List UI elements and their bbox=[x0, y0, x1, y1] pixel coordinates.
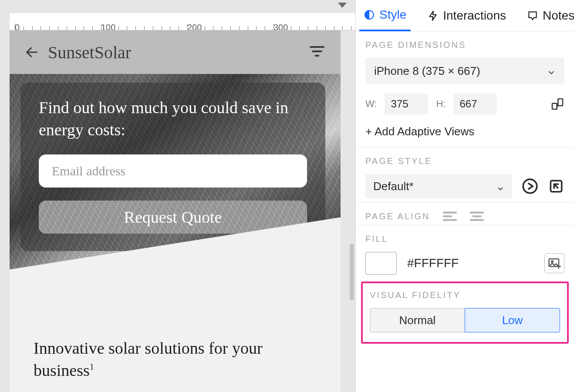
add-adaptive-views-button[interactable]: + Add Adaptive Views bbox=[365, 125, 564, 144]
chevron-down-icon bbox=[496, 182, 504, 190]
fidelity-normal-button[interactable]: Normal bbox=[370, 308, 465, 332]
tab-style-label: Style bbox=[379, 8, 406, 22]
dimensions-preset-value: iPhone 8 (375 × 667) bbox=[374, 64, 480, 78]
overlay-headline: Find out how much you could save in ener… bbox=[39, 97, 307, 141]
tab-interactions[interactable]: Interactions bbox=[423, 0, 510, 31]
notes-icon bbox=[527, 10, 538, 21]
artboard[interactable]: SunsetSolar Find out how much you could … bbox=[10, 30, 341, 392]
fidelity-low-button[interactable]: Low bbox=[465, 308, 560, 332]
page-align-title: PAGE ALIGN bbox=[365, 211, 430, 221]
canvas-topbar bbox=[0, 0, 355, 13]
align-left-icon[interactable] bbox=[442, 211, 457, 221]
canvas-scrollbar[interactable] bbox=[350, 244, 354, 300]
fill-image-icon[interactable] bbox=[544, 253, 564, 273]
visual-fidelity-toggle: Normal Low bbox=[370, 308, 560, 332]
mock-title: SunsetSolar bbox=[48, 42, 131, 63]
fill-hex[interactable]: #FFFFFF bbox=[407, 256, 459, 270]
svg-rect-5 bbox=[558, 99, 563, 106]
body-copy-text: Innovative solar solutions for your busi… bbox=[34, 339, 263, 379]
page-style-value: Default* bbox=[373, 180, 414, 193]
body-section: Innovative solar solutions for your busi… bbox=[10, 270, 341, 392]
width-label: W: bbox=[365, 98, 377, 110]
apply-style-icon[interactable] bbox=[522, 178, 538, 194]
inspector-panel: Style Interactions Notes PAGE DIMENSIONS… bbox=[355, 0, 574, 392]
fill-swatch[interactable] bbox=[365, 252, 397, 275]
email-input[interactable] bbox=[39, 154, 307, 188]
back-arrow-icon[interactable] bbox=[24, 45, 39, 60]
mock-header: SunsetSolar bbox=[10, 30, 341, 74]
section-page-align: PAGE ALIGN bbox=[356, 202, 574, 225]
fill-title: FILL bbox=[365, 234, 564, 244]
svg-rect-6 bbox=[552, 104, 557, 109]
section-visual-fidelity: VISUAL FIDELITY Normal Low bbox=[361, 281, 569, 344]
manage-styles-icon[interactable] bbox=[548, 178, 564, 194]
height-label: H: bbox=[436, 98, 446, 110]
section-page-style: PAGE STYLE Default* bbox=[356, 147, 574, 202]
body-copy: Innovative solar solutions for your busi… bbox=[34, 337, 273, 382]
tab-style[interactable]: Style bbox=[359, 0, 411, 31]
chevron-down-icon bbox=[547, 67, 556, 75]
section-page-dimensions: PAGE DIMENSIONS iPhone 8 (375 × 667) W: … bbox=[356, 31, 574, 147]
body-copy-sup: 1 bbox=[90, 362, 94, 372]
page-style-select[interactable]: Default* bbox=[365, 174, 512, 198]
svg-point-17 bbox=[551, 261, 553, 262]
tab-notes[interactable]: Notes bbox=[523, 0, 574, 31]
tab-notes-label: Notes bbox=[543, 9, 574, 23]
width-input[interactable]: 375 bbox=[385, 94, 428, 114]
align-center-icon[interactable] bbox=[469, 211, 484, 221]
dimensions-wh-row: W: 375 H: 667 bbox=[365, 94, 564, 114]
tab-interactions-label: Interactions bbox=[443, 9, 506, 23]
canvas-menu-chevron-icon[interactable] bbox=[338, 3, 347, 8]
section-fill: FILL #FFFFFF bbox=[356, 225, 574, 278]
link-dimensions-icon[interactable] bbox=[550, 97, 564, 111]
horizontal-ruler[interactable]: 0100200300 bbox=[10, 13, 355, 30]
style-icon bbox=[364, 9, 375, 20]
svg-point-7 bbox=[523, 179, 537, 193]
filter-icon[interactable] bbox=[308, 43, 326, 62]
dimensions-preset-select[interactable]: iPhone 8 (375 × 667) bbox=[365, 58, 564, 84]
visual-fidelity-title: VISUAL FIDELITY bbox=[370, 290, 560, 300]
canvas-area: 0100200300 SunsetSolar Find out how much… bbox=[0, 0, 355, 392]
page-dimensions-title: PAGE DIMENSIONS bbox=[365, 40, 564, 50]
inspector-tabs: Style Interactions Notes bbox=[356, 0, 574, 31]
height-input[interactable]: 667 bbox=[453, 94, 497, 114]
interactions-icon bbox=[427, 10, 439, 21]
page-style-title: PAGE STYLE bbox=[365, 156, 564, 166]
